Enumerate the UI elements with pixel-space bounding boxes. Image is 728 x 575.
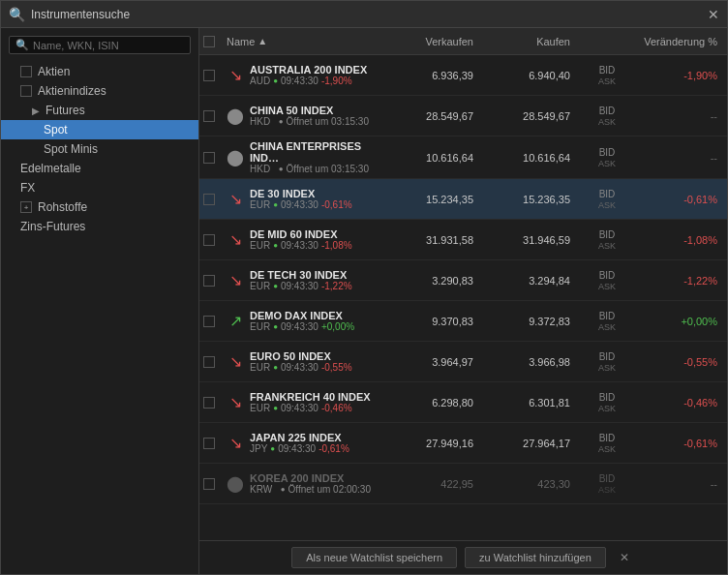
instrument-sub: JPY ● 09:43:30 -0,61% bbox=[250, 443, 349, 454]
sort-arrow-icon: ▲ bbox=[258, 36, 267, 46]
header-name[interactable]: Name ▲ bbox=[227, 36, 384, 47]
instrument-sub: HKD ● Öffnet um 03:15:30 bbox=[250, 164, 384, 174]
aktienindizes-label: Aktienindizes bbox=[38, 84, 106, 98]
search-input[interactable] bbox=[33, 40, 184, 51]
change-pct: -1,90% bbox=[636, 70, 723, 81]
row-checkbox-col[interactable] bbox=[203, 70, 227, 81]
bid-label: BIDASK bbox=[578, 351, 636, 373]
add-watchlist-button[interactable]: zu Watchlist hinzufügen bbox=[465, 547, 606, 568]
sidebar: 🔍 Aktien Aktienindizes ▶ Futures Spot Sp… bbox=[1, 28, 199, 574]
trend-down-icon: ↘ bbox=[227, 353, 244, 371]
table-row[interactable]: ↘ EURO 50 INDEX EUR ● 09:43:30 -0,55% 3.… bbox=[199, 342, 727, 382]
sidebar-item-zins-futures[interactable]: Zins-Futures bbox=[1, 217, 198, 236]
futures-label: Futures bbox=[46, 104, 85, 117]
sell-price: 9.370,83 bbox=[384, 316, 481, 327]
header-veraenderung: Veränderung % bbox=[636, 36, 723, 47]
row-checkbox-col[interactable] bbox=[203, 356, 227, 368]
row-checkbox[interactable] bbox=[203, 234, 215, 246]
instrument-name: FRANKREICH 40 INDEX bbox=[250, 391, 371, 403]
sidebar-item-fx[interactable]: FX bbox=[1, 178, 198, 197]
table-row[interactable]: ↘ AUSTRALIA 200 INDEX AUD ● 09:43:30 -1,… bbox=[199, 55, 727, 96]
row-checkbox-col[interactable] bbox=[203, 478, 227, 490]
close-window-button[interactable]: ✕ bbox=[708, 8, 719, 21]
row-checkbox[interactable] bbox=[203, 356, 215, 368]
name-cell: ↘ JAPAN 225 INDEX JPY ● 09:43:30 -0,61% bbox=[227, 428, 384, 458]
trend-down-icon: ↘ bbox=[227, 435, 244, 452]
table-row[interactable]: ↘ DE TECH 30 INDEX EUR ● 09:43:30 -1,22%… bbox=[199, 260, 727, 301]
instrument-sub: EUR ● 09:43:30 +0,00% bbox=[250, 321, 354, 332]
sidebar-item-spot-minis[interactable]: Spot Minis bbox=[1, 139, 198, 159]
footer-close-button[interactable]: ✕ bbox=[614, 547, 635, 568]
instrument-sub: HKD ● Öffnet um 03:15:30 bbox=[250, 116, 369, 127]
row-checkbox[interactable] bbox=[203, 478, 215, 490]
row-checkbox[interactable] bbox=[203, 152, 215, 164]
buy-price: 6.301,81 bbox=[481, 397, 578, 409]
fx-label: FX bbox=[20, 181, 35, 195]
sidebar-item-aktienindizes[interactable]: Aktienindizes bbox=[1, 81, 198, 101]
bid-label: BIDASK bbox=[578, 311, 636, 332]
row-checkbox-col[interactable] bbox=[203, 438, 227, 449]
instrument-sub: EUR ● 09:43:30 -0,55% bbox=[250, 362, 352, 373]
row-checkbox-col[interactable] bbox=[203, 316, 227, 327]
table-row[interactable]: ↘ JAPAN 225 INDEX JPY ● 09:43:30 -0,61% … bbox=[199, 423, 727, 464]
row-checkbox[interactable] bbox=[203, 110, 215, 122]
table-row[interactable]: ↘ FRANKREICH 40 INDEX EUR ● 09:43:30 -0,… bbox=[199, 382, 727, 423]
name-info: CHINA ENTERPRISES IND… HKD ● Öffnet um 0… bbox=[250, 140, 384, 174]
sidebar-item-spot[interactable]: Spot bbox=[1, 120, 198, 139]
buy-price: 15.236,35 bbox=[481, 194, 578, 205]
sidebar-item-edelmetalle[interactable]: Edelmetalle bbox=[1, 159, 198, 178]
bid-label: BIDASK bbox=[578, 189, 636, 210]
row-checkbox-col[interactable] bbox=[203, 275, 227, 287]
row-checkbox-col[interactable] bbox=[203, 110, 227, 122]
row-checkbox[interactable] bbox=[203, 316, 215, 327]
aktienindizes-checkbox[interactable] bbox=[20, 85, 32, 97]
edelmetalle-label: Edelmetalle bbox=[20, 162, 81, 175]
sidebar-item-rohstoffe[interactable]: + Rohstoffe bbox=[1, 197, 198, 217]
aktien-checkbox[interactable] bbox=[20, 66, 32, 77]
row-checkbox[interactable] bbox=[203, 194, 215, 205]
sidebar-item-futures[interactable]: ▶ Futures bbox=[1, 101, 198, 120]
instrument-name: DE 30 INDEX bbox=[250, 188, 352, 199]
table-row[interactable]: ↘ DE 30 INDEX EUR ● 09:43:30 -0,61% 15.2… bbox=[199, 179, 727, 220]
instrument-sub: EUR ● 09:43:30 -1,22% bbox=[250, 281, 352, 291]
name-cell: ↘ EURO 50 INDEX EUR ● 09:43:30 -0,55% bbox=[227, 347, 384, 377]
window-title: Instrumentensuche bbox=[31, 8, 130, 21]
change-pct: -- bbox=[636, 110, 723, 122]
buy-price: 3.294,84 bbox=[481, 275, 578, 287]
table-row[interactable]: ⬤ KOREA 200 INDEX KRW ● Öffnet um 02:00:… bbox=[199, 464, 727, 504]
rohstoffe-checkbox[interactable]: + bbox=[20, 201, 32, 213]
name-cell: ⬤ CHINA ENTERPRISES IND… HKD ● Öffnet um… bbox=[227, 136, 384, 178]
name-info: JAPAN 225 INDEX JPY ● 09:43:30 -0,61% bbox=[250, 432, 349, 454]
table-row[interactable]: ↗ DEMO DAX INDEX EUR ● 09:43:30 +0,00% 9… bbox=[199, 301, 727, 342]
sidebar-item-aktien[interactable]: Aktien bbox=[1, 62, 198, 81]
table-row[interactable]: ↘ DE MID 60 INDEX EUR ● 09:43:30 -1,08% … bbox=[199, 220, 727, 260]
row-checkbox[interactable] bbox=[203, 438, 215, 449]
change-pct: -0,61% bbox=[636, 438, 723, 449]
change-pct: -1,08% bbox=[636, 234, 723, 246]
rohstoffe-label: Rohstoffe bbox=[38, 200, 87, 214]
table-body: ↘ AUSTRALIA 200 INDEX AUD ● 09:43:30 -1,… bbox=[199, 55, 727, 540]
instrument-sub: KRW ● Öffnet um 02:00:30 bbox=[250, 484, 371, 495]
row-checkbox-col[interactable] bbox=[203, 234, 227, 246]
name-info: DE MID 60 INDEX EUR ● 09:43:30 -1,08% bbox=[250, 228, 352, 251]
name-cell: ↘ DE MID 60 INDEX EUR ● 09:43:30 -1,08% bbox=[227, 225, 384, 255]
row-checkbox-col[interactable] bbox=[203, 397, 227, 409]
sell-price: 6.298,80 bbox=[384, 397, 481, 409]
buy-price: 28.549,67 bbox=[481, 110, 578, 122]
aktien-label: Aktien bbox=[38, 65, 70, 78]
row-checkbox[interactable] bbox=[203, 275, 215, 287]
row-checkbox[interactable] bbox=[203, 397, 215, 409]
table-row[interactable]: ⬤ CHINA ENTERPRISES IND… HKD ● Öffnet um… bbox=[199, 136, 727, 179]
save-watchlist-button[interactable]: Als neue Watchlist speichern bbox=[291, 547, 457, 568]
header-checkbox-col[interactable] bbox=[203, 36, 227, 47]
sell-price: 10.616,64 bbox=[384, 152, 481, 164]
row-checkbox[interactable] bbox=[203, 70, 215, 81]
bid-label: BIDASK bbox=[578, 392, 636, 413]
bid-label: BIDASK bbox=[578, 433, 636, 454]
row-checkbox-col[interactable] bbox=[203, 194, 227, 205]
search-box[interactable]: 🔍 bbox=[9, 36, 191, 54]
row-checkbox-col[interactable] bbox=[203, 152, 227, 164]
table-row[interactable]: ⬤ CHINA 50 INDEX HKD ● Öffnet um 03:15:3… bbox=[199, 96, 727, 136]
sell-price: 31.931,58 bbox=[384, 234, 481, 246]
select-all-checkbox[interactable] bbox=[203, 36, 215, 47]
